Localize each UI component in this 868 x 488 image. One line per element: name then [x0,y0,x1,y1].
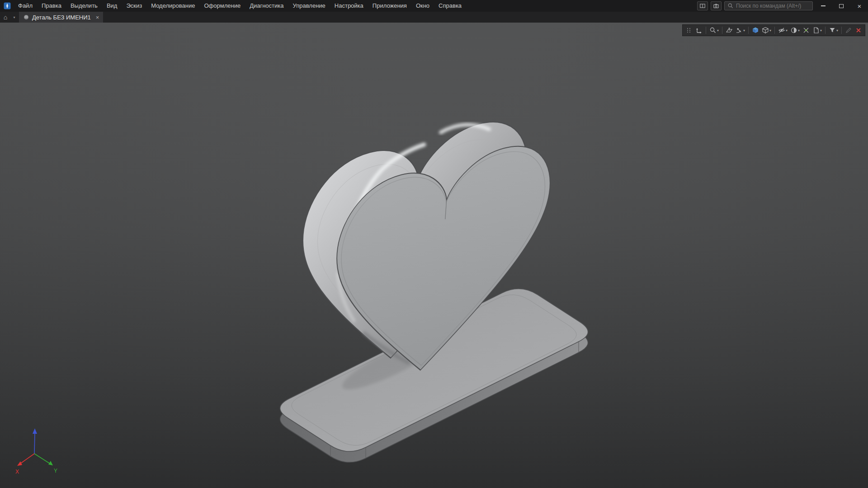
axis-y-label: Y [54,468,57,474]
filter-button[interactable]: ▾ [827,25,840,35]
minimize-icon [821,5,826,6]
viewport-3d-scene[interactable]: X Y [0,23,868,488]
pencil-icon [845,27,852,34]
home-icon: ⌂ [4,14,7,21]
home-button[interactable]: ⌂ [0,12,11,23]
viewport-toolbar: ▾ ▾ [682,24,865,36]
menubar: ФайлПравкаВыделитьВидЭскизМоделированиеО… [0,0,868,12]
titlebar-right: × [697,0,868,12]
tab-close-button[interactable]: × [96,14,99,20]
appearance-sheet-icon [812,27,820,34]
view-orientation-button[interactable] [724,25,734,35]
tab-list-dropdown[interactable]: ▾ [11,12,18,23]
normal-to-button[interactable]: ▾ [734,25,746,35]
menu-item[interactable]: Моделирование [146,0,199,12]
menu-item[interactable]: Выделить [66,0,102,12]
chevron-down-icon: ▾ [836,28,838,33]
tab-label: Деталь БЕЗ ИМЕНИ1 [32,14,91,21]
appearance-button[interactable]: ▾ [811,25,823,35]
menu-item[interactable]: Настройка [330,0,368,12]
search-icon [727,3,734,9]
menu-item[interactable]: Справка [434,0,466,12]
menu-item[interactable]: Диагностика [245,0,288,12]
shaded-display-button[interactable] [750,25,760,35]
close-window-button[interactable]: × [852,0,867,12]
camera-icon [713,3,719,9]
coordinate-axes-icon [695,27,703,34]
app-logo-icon[interactable] [4,2,12,10]
close-toolbar-button[interactable] [854,25,863,35]
section-view-button[interactable]: ▾ [789,25,801,35]
chevron-down-icon: ▾ [743,28,745,33]
toolbar-grip[interactable] [684,25,694,35]
menu-item[interactable]: Приложения [368,0,411,12]
zoom-button[interactable]: ▾ [708,25,720,35]
magnifier-icon [709,27,717,34]
tabbar: ⌂ ▾ Деталь БЕЗ ИМЕНИ1 × [0,12,868,23]
chevron-down-icon: ▾ [798,28,800,33]
maximize-icon [839,4,844,8]
minimize-button[interactable] [816,0,831,12]
command-search [724,1,813,10]
display-mode-button[interactable]: ▾ [760,25,773,35]
menu-item[interactable]: Оформление [199,0,245,12]
wireframe-cube-icon [762,27,769,34]
chevron-down-icon: ▾ [769,28,771,33]
screenshot-button[interactable] [711,1,722,10]
toolbar-divider [722,27,722,34]
edit-pencil-button[interactable] [844,25,854,35]
red-x-icon [855,27,862,34]
panes-icon [699,3,706,9]
normal-to-icon [736,27,743,34]
eye-off-icon [778,27,785,34]
grip-dots-icon [685,27,693,34]
filter-funnel-icon [829,27,836,34]
toolbar-divider [825,27,826,34]
menu-item[interactable]: Вид [102,0,122,12]
toolbar-divider [841,27,842,34]
menu-item[interactable]: Управление [288,0,330,12]
toolbar-divider [774,27,775,34]
menu-item[interactable]: Эскиз [122,0,146,12]
kompas-window: ФайлПравкаВыделитьВидЭскизМоделированиеО… [0,0,868,488]
coordinate-system-button[interactable] [694,25,704,35]
section-view-icon [790,27,797,34]
maximize-button[interactable] [834,0,849,12]
toolbar-divider [706,27,706,34]
chevron-down-icon: ▾ [820,28,822,33]
clip-icon [802,27,810,34]
chevron-down-icon: ▾ [786,28,788,33]
shaded-cube-icon [752,27,759,34]
clip-objects-button[interactable] [801,25,811,35]
layout-panes-button[interactable] [697,1,708,10]
menubar-items: ФайлПравкаВыделитьВидЭскизМоделированиеО… [14,0,466,12]
search-input[interactable] [736,3,810,9]
toolbar-divider [748,27,749,34]
orientation-plane-icon [726,27,733,34]
chevron-down-icon: ▾ [13,15,15,19]
axis-x-label: X [15,469,19,475]
viewport: X Y [0,23,868,488]
menu-item[interactable]: Файл [14,0,37,12]
axis-triad[interactable]: X Y [15,428,57,475]
part-document-icon [23,14,29,20]
menu-item[interactable]: Окно [411,0,434,12]
hide-objects-button[interactable]: ▾ [777,25,789,35]
menu-item[interactable]: Правка [37,0,66,12]
close-icon: × [858,2,862,10]
chevron-down-icon: ▾ [717,28,719,33]
tab-document[interactable]: Деталь БЕЗ ИМЕНИ1 × [19,12,103,23]
